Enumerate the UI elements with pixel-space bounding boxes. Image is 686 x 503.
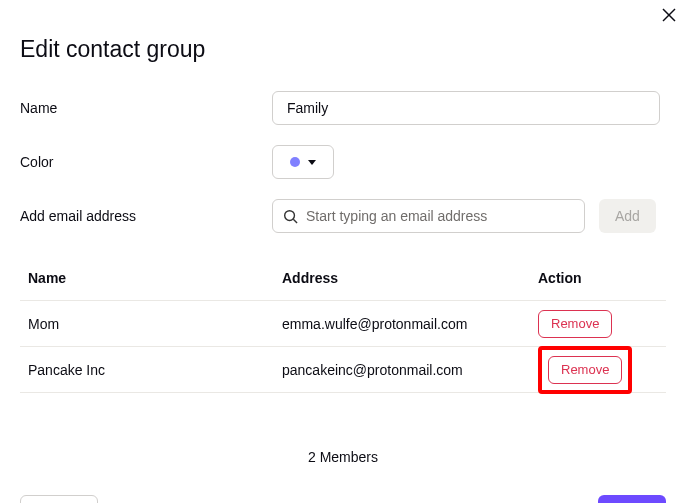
- close-icon[interactable]: [662, 8, 678, 24]
- member-name: Pancake Inc: [28, 362, 282, 378]
- member-name: Mom: [28, 316, 282, 332]
- member-address: pancakeinc@protonmail.com: [282, 362, 538, 378]
- add-email-label: Add email address: [20, 208, 272, 224]
- header-action: Action: [538, 270, 666, 286]
- name-field-row: Name: [20, 91, 666, 125]
- save-button[interactable]: Save: [598, 495, 666, 503]
- member-address: emma.wulfe@protonmail.com: [282, 316, 538, 332]
- color-picker-button[interactable]: [272, 145, 334, 179]
- chevron-down-icon: [308, 160, 316, 165]
- email-search-input[interactable]: [306, 208, 574, 224]
- header-name: Name: [28, 270, 282, 286]
- dialog-title: Edit contact group: [20, 36, 666, 63]
- email-search-wrap[interactable]: [272, 199, 585, 233]
- search-icon: [283, 209, 298, 224]
- group-name-input[interactable]: [272, 91, 660, 125]
- table-header: Name Address Action: [20, 255, 666, 301]
- table-row: Pancake Inc pancakeinc@protonmail.com Re…: [20, 347, 666, 393]
- color-label: Color: [20, 154, 272, 170]
- members-table: Name Address Action Mom emma.wulfe@proto…: [20, 255, 666, 393]
- highlight-box: Remove: [538, 346, 632, 394]
- dialog-footer: Cancel Save: [20, 495, 666, 503]
- members-count: 2 Members: [20, 449, 666, 465]
- add-email-row: Add email address Add: [20, 199, 666, 233]
- color-field-row: Color: [20, 145, 666, 179]
- color-swatch-icon: [290, 157, 300, 167]
- table-row: Mom emma.wulfe@protonmail.com Remove: [20, 301, 666, 347]
- svg-point-2: [285, 210, 295, 220]
- name-label: Name: [20, 100, 272, 116]
- header-address: Address: [282, 270, 538, 286]
- remove-button[interactable]: Remove: [538, 310, 612, 338]
- add-button[interactable]: Add: [599, 199, 656, 233]
- cancel-button[interactable]: Cancel: [20, 495, 98, 503]
- svg-line-3: [293, 219, 297, 223]
- remove-button[interactable]: Remove: [548, 356, 622, 384]
